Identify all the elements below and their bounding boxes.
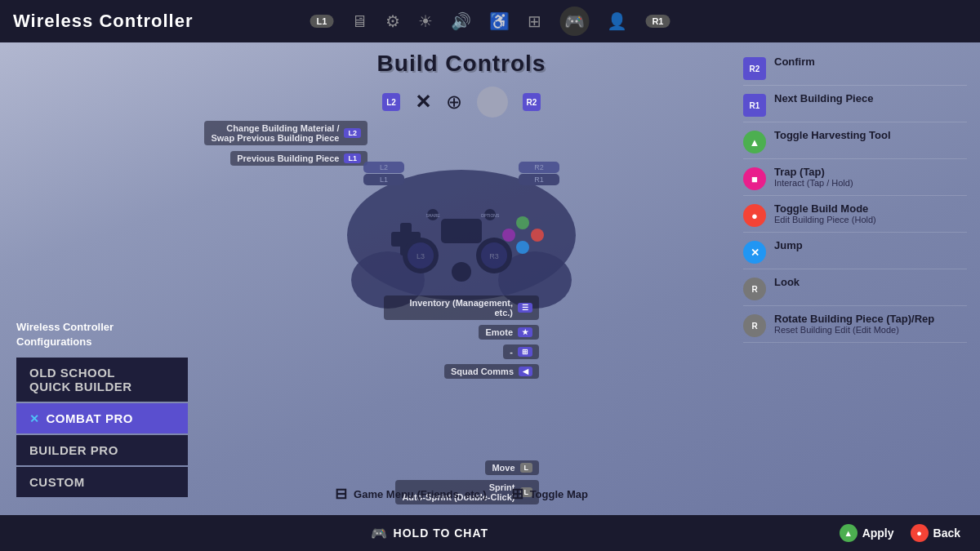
squad-comms-label: Squad Comms ◀: [444, 364, 539, 379]
back-action[interactable]: ● Back: [911, 524, 960, 542]
toggle-map-label: ⊞ Toggle Map: [511, 485, 588, 503]
volume-icon[interactable]: 🔊: [451, 11, 471, 31]
top-bar: Wireless Controller L1 🖥 ⚙ ☀ 🔊 ♿ ⊞ 🎮 👤 R…: [0, 0, 980, 42]
toggle-build-mode-row: ● Toggle Build Mode Edit Building Piece …: [743, 198, 967, 233]
emote-label: Emote ★: [479, 325, 539, 340]
svg-rect-17: [441, 219, 482, 243]
rotate-sublabel: Reset Building Edit (Edit Mode): [774, 325, 934, 335]
svg-text:L2: L2: [380, 163, 388, 171]
r1-next-icon: R1: [743, 94, 766, 117]
controller-diagram: L3 R3 L2 L1 R2 R1 SHARE OPTIONS: [306, 121, 617, 317]
svg-point-9: [516, 216, 529, 229]
r-look-icon: R: [743, 278, 766, 300]
config-item-builder-pro[interactable]: BUILDER PRO: [16, 435, 188, 465]
l1-badge: L1: [310, 15, 334, 28]
hold-to-chat-text: HOLD TO CHAT: [394, 527, 488, 540]
monitor-icon[interactable]: 🖥: [351, 12, 368, 31]
config-item-old-school[interactable]: OLD SCHOOLQUICK BUILDER: [16, 358, 188, 402]
svg-text:L3: L3: [416, 252, 425, 260]
square-icon: ■: [743, 167, 766, 190]
svg-point-10: [531, 229, 544, 242]
trap-label: Trap (Tap): [774, 166, 853, 178]
svg-text:R2: R2: [534, 163, 544, 171]
rotate-building-row: R Rotate Building Piece (Tap)/Rep Reset …: [743, 308, 967, 343]
right-panel: R2 Confirm R1 Next Building Piece ▲ Togg…: [735, 42, 980, 515]
sidebar-label: Wireless Controller Configurations: [16, 320, 188, 349]
accessibility-icon[interactable]: ♿: [489, 11, 510, 31]
brightness-icon[interactable]: ☀: [418, 11, 433, 31]
user-icon[interactable]: 👤: [607, 11, 627, 31]
hold-to-chat-icon: 🎮: [371, 526, 387, 541]
move-label: Move L: [485, 460, 539, 475]
nav-icons: L1 🖥 ⚙ ☀ 🔊 ♿ ⊞ 🎮 👤 R1: [310, 7, 670, 36]
svg-text:L1: L1: [380, 176, 388, 184]
dash-label: - ⊞: [503, 344, 539, 359]
triangle-icon: ▲: [743, 131, 766, 153]
toggle-harvesting-row: ▲ Toggle Harvesting Tool: [743, 124, 967, 159]
r2-badge: R2: [523, 93, 541, 111]
main-content: Wireless Controller Configurations OLD S…: [0, 42, 980, 515]
trap-sublabel: Interact (Tap / Hold): [774, 178, 853, 188]
svg-point-12: [516, 241, 529, 254]
center-area: Build Controls L2 ✕ ⊕ R2 Change Building…: [188, 42, 735, 515]
r2-confirm-icon: R2: [743, 57, 766, 80]
apply-btn-icon: ▲: [840, 524, 858, 542]
svg-text:SHARE: SHARE: [425, 213, 440, 218]
l2-badge: L2: [382, 93, 400, 111]
cross-icon: ✕: [415, 91, 431, 113]
grid-icon[interactable]: ⊞: [528, 11, 541, 31]
toggle-harvesting-label: Toggle Harvesting Tool: [774, 129, 891, 141]
controller-svg: L3 R3 L2 L1 R2 R1 SHARE OPTIONS: [323, 129, 600, 309]
game-menu-label: ⊟ Game Menu (Friends, etc.): [335, 485, 487, 503]
r-rotate-icon: R: [743, 314, 766, 337]
center-left-labels: Inventory (Management, etc.) ☰ Emote ★ -…: [384, 295, 539, 381]
toggle-build-sublabel: Edit Building Piece (Hold): [774, 215, 876, 224]
circle-icon: ●: [743, 204, 766, 227]
svg-point-11: [502, 229, 515, 242]
look-row: R Look: [743, 271, 967, 306]
gear-icon[interactable]: ⚙: [385, 11, 400, 31]
page-title-topbar: Wireless Controller: [13, 11, 194, 32]
config-list: OLD SCHOOLQUICK BUILDER ✕ COMBAT PRO BUI…: [16, 358, 188, 499]
bottom-center-labels: ⊟ Game Menu (Friends, etc.) ⊞ Toggle Map: [335, 485, 588, 503]
confirm-label: Confirm: [774, 56, 815, 68]
bottom-bar: 🎮 HOLD TO CHAT ▲ Apply ● Back: [0, 515, 980, 551]
r1-badge: R1: [645, 15, 670, 28]
bottom-bar-actions: ▲ Apply ● Back: [840, 524, 960, 542]
svg-text:R3: R3: [489, 252, 499, 260]
left-sidebar: Wireless Controller Configurations OLD S…: [0, 42, 188, 515]
config-item-custom[interactable]: CUSTOM: [16, 467, 188, 497]
touchpad-icon: [477, 87, 508, 118]
look-label: Look: [774, 276, 800, 288]
active-mark: ✕: [29, 412, 40, 425]
gamepad-icon[interactable]: 🎮: [559, 7, 589, 36]
back-label: Back: [933, 527, 960, 540]
svg-text:R1: R1: [534, 176, 544, 184]
top-button-row: L2 ✕ ⊕ R2: [382, 87, 541, 118]
next-building-piece-label: Next Building Piece: [774, 92, 873, 104]
confirm-row: R2 Confirm: [743, 51, 967, 86]
rotate-label: Rotate Building Piece (Tap)/Rep: [774, 313, 934, 325]
next-building-piece-row: R1 Next Building Piece: [743, 87, 967, 122]
x-icon: ✕: [743, 241, 766, 264]
apply-action[interactable]: ▲ Apply: [840, 524, 894, 542]
inventory-label: Inventory (Management, etc.) ☰: [384, 295, 539, 320]
toggle-build-label: Toggle Build Mode: [774, 202, 876, 215]
svg-text:OPTIONS: OPTIONS: [481, 213, 500, 218]
game-menu-icon: ⊟: [335, 485, 347, 503]
apply-label: Apply: [862, 527, 894, 540]
config-item-combat-pro[interactable]: ✕ COMBAT PRO: [16, 403, 188, 433]
back-btn-icon: ●: [911, 524, 929, 542]
svg-point-20: [452, 262, 471, 282]
arrows-icon: ⊕: [446, 91, 462, 113]
section-title: Build Controls: [377, 51, 546, 77]
trap-row: ■ Trap (Tap) Interact (Tap / Hold): [743, 161, 967, 196]
bottom-bar-center: 🎮 HOLD TO CHAT: [20, 526, 840, 541]
toggle-map-icon: ⊞: [511, 485, 523, 503]
jump-label: Jump: [774, 239, 803, 251]
jump-row: ✕ Jump: [743, 234, 967, 269]
